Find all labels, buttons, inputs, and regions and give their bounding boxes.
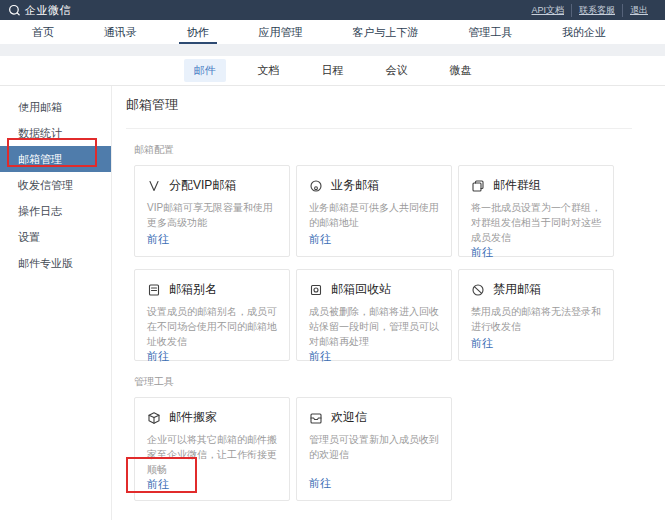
card-desc: 成员被删除，邮箱将进入回收站保留一段时间，管理员可以对邮箱再处理 [309, 304, 439, 349]
mailbox-recycle-icon [309, 283, 323, 297]
card-disable-mailbox: 禁用邮箱 禁用成员的邮箱将无法登录和进行收发信 前往 [458, 269, 614, 361]
card-desc: VIP邮箱可享无限容量和使用更多高级功能 [147, 200, 277, 230]
card-mail-move: 邮件搬家 企业可以将其它邮箱的邮件搬家至企业微信，让工作衔接更顺畅 前往 [134, 397, 290, 501]
main-area: 使用邮箱 数据统计 邮箱管理 收发信管理 操作日志 设置 邮件专业版 邮箱管理 … [0, 86, 665, 520]
card-desc: 禁用成员的邮箱将无法登录和进行收发信 [471, 304, 601, 334]
card-mail-group: 邮件群组 将一批成员设置为一个群组，对群组发信相当于同时对这些成员发信 前往 [458, 165, 614, 257]
mailbox-config-grid: 分配VIP邮箱 VIP邮箱可享无限容量和使用更多高级功能 前往 业务邮箱 业务邮… [134, 165, 665, 361]
go-link-disable-mailbox[interactable]: 前往 [471, 336, 601, 351]
vip-mailbox-icon [147, 179, 161, 193]
sidebar-item-statistics[interactable]: 数据统计 [0, 120, 111, 146]
mail-move-icon [147, 411, 161, 425]
card-welcome-letter: 欢迎信 管理员可设置新加入成员收到的欢迎信 前往 [296, 397, 452, 501]
mail-group-icon [471, 179, 485, 193]
sidebar: 使用邮箱 数据统计 邮箱管理 收发信管理 操作日志 设置 邮件专业版 [0, 86, 112, 520]
tab-docs[interactable]: 文档 [248, 59, 290, 82]
card-title: 业务邮箱 [331, 177, 379, 194]
brand: 企业微信 [8, 3, 71, 18]
welcome-letter-icon [309, 411, 323, 425]
brand-name: 企业微信 [25, 3, 71, 18]
disable-mailbox-icon [471, 283, 485, 297]
contact-support-link[interactable]: 联系客服 [571, 4, 622, 17]
wecom-logo-icon [8, 4, 21, 17]
card-mailbox-recycle: 邮箱回收站 成员被删除，邮箱将进入回收站保留一段时间，管理员可以对邮箱再处理 前… [296, 269, 452, 361]
go-link-welcome-letter[interactable]: 前往 [309, 476, 439, 491]
sidebar-item-settings[interactable]: 设置 [0, 224, 111, 250]
card-mailbox-alias: 邮箱别名 设置成员的邮箱别名，成员可在不同场合使用不同的邮箱地址收发信 前往 [134, 269, 290, 361]
card-desc: 设置成员的邮箱别名，成员可在不同场合使用不同的邮箱地址收发信 [147, 304, 277, 349]
section-label-admin-tools: 管理工具 [134, 375, 665, 389]
go-link-business-mailbox[interactable]: 前往 [309, 232, 439, 247]
mailbox-alias-icon [147, 283, 161, 297]
card-desc: 将一批成员设置为一个群组，对群组发信相当于同时对这些成员发信 [471, 200, 601, 245]
business-mailbox-icon [309, 179, 323, 193]
nav-item-admin-tools[interactable]: 管理工具 [464, 20, 516, 44]
go-link-mail-move[interactable]: 前往 [147, 477, 277, 492]
card-business-mailbox: 业务邮箱 业务邮箱是可供多人共同使用的邮箱地址 前往 [296, 165, 452, 257]
api-docs-link[interactable]: API文档 [524, 4, 571, 17]
wecom-admin-page: 企业微信 API文档 联系客服 退出 首页 通讯录 协作 应用管理 客户与上下游… [0, 0, 665, 520]
tab-mail[interactable]: 邮件 [184, 59, 226, 82]
tab-drive[interactable]: 微盘 [440, 59, 482, 82]
sidebar-item-operation-log[interactable]: 操作日志 [0, 198, 111, 224]
card-desc: 企业可以将其它邮箱的邮件搬家至企业微信，让工作衔接更顺畅 [147, 432, 277, 477]
gray-strip [0, 44, 665, 56]
collab-subtabs: 邮件 文档 日程 会议 微盘 [0, 56, 665, 86]
tab-meeting[interactable]: 会议 [376, 59, 418, 82]
nav-item-home[interactable]: 首页 [28, 20, 58, 44]
card-vip-mailbox: 分配VIP邮箱 VIP邮箱可享无限容量和使用更多高级功能 前往 [134, 165, 290, 257]
go-link-mailbox-recycle[interactable]: 前往 [309, 349, 439, 364]
tab-calendar[interactable]: 日程 [312, 59, 354, 82]
nav-item-apps[interactable]: 应用管理 [254, 20, 306, 44]
card-desc: 业务邮箱是可供多人共同使用的邮箱地址 [309, 200, 439, 230]
go-link-mailbox-alias[interactable]: 前往 [147, 349, 277, 364]
sidebar-item-mailbox-management[interactable]: 邮箱管理 [0, 146, 111, 172]
section-label-mailbox-config: 邮箱配置 [134, 143, 665, 157]
content: 邮箱管理 邮箱配置 分配VIP邮箱 VIP邮箱可享无限容量和使用更多高级功能 前… [112, 86, 665, 520]
nav-item-contacts[interactable]: 通讯录 [100, 20, 141, 44]
card-desc: 管理员可设置新加入成员收到的欢迎信 [309, 432, 439, 462]
nav-item-my-company[interactable]: 我的企业 [558, 20, 610, 44]
nav-item-customers[interactable]: 客户与上下游 [348, 20, 422, 44]
page-title: 邮箱管理 [126, 94, 632, 129]
logout-link[interactable]: 退出 [622, 4, 655, 17]
go-link-vip-mailbox[interactable]: 前往 [147, 232, 277, 247]
card-title: 欢迎信 [331, 409, 367, 426]
sidebar-item-mail-pro[interactable]: 邮件专业版 [0, 250, 111, 276]
card-title: 邮件群组 [493, 177, 541, 194]
card-title: 禁用邮箱 [493, 281, 541, 298]
admin-tools-grid: 邮件搬家 企业可以将其它邮箱的邮件搬家至企业微信，让工作衔接更顺畅 前往 欢迎信… [134, 397, 665, 501]
sidebar-item-send-receive[interactable]: 收发信管理 [0, 172, 111, 198]
sidebar-item-use-mailbox[interactable]: 使用邮箱 [0, 94, 111, 120]
go-link-mail-group[interactable]: 前往 [471, 245, 601, 260]
topbar-links: API文档 联系客服 退出 [524, 4, 655, 17]
card-title: 邮箱别名 [169, 281, 217, 298]
top-bar: 企业微信 API文档 联系客服 退出 [0, 0, 665, 20]
card-title: 分配VIP邮箱 [169, 177, 236, 194]
card-title: 邮箱回收站 [331, 281, 391, 298]
card-title: 邮件搬家 [169, 409, 217, 426]
nav-item-collaboration[interactable]: 协作 [183, 20, 213, 44]
main-nav: 首页 通讯录 协作 应用管理 客户与上下游 管理工具 我的企业 [0, 20, 665, 44]
